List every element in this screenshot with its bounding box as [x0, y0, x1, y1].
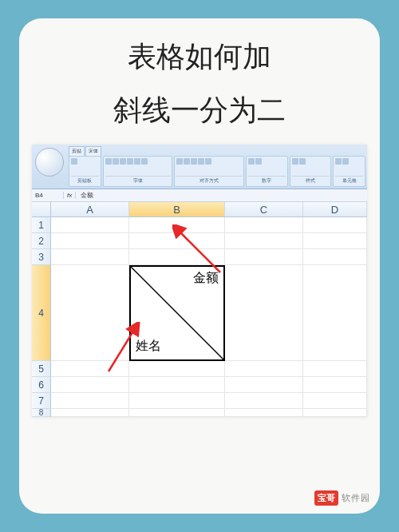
- formula-value[interactable]: 金额: [76, 191, 93, 200]
- cell[interactable]: [303, 249, 367, 265]
- wrap-text-icon[interactable]: [205, 158, 211, 165]
- watermark-text: 软件园: [342, 492, 370, 504]
- ribbon-group: 对齐方式: [174, 156, 244, 187]
- cell[interactable]: [129, 217, 225, 233]
- title-line-2: 斜线一分为二: [32, 91, 367, 130]
- row-header[interactable]: 5: [32, 361, 51, 377]
- row: 3: [32, 249, 367, 265]
- row: 2: [32, 233, 367, 249]
- name-box[interactable]: B4: [32, 192, 64, 199]
- col-header[interactable]: A: [51, 202, 129, 216]
- row: 7: [32, 393, 367, 409]
- tutorial-card: 表格如何加 斜线一分为二 剪贴 宋体 剪贴板: [19, 18, 380, 514]
- select-all-corner[interactable]: [32, 202, 51, 216]
- paste-icon[interactable]: [71, 158, 77, 165]
- cell[interactable]: [225, 233, 303, 249]
- watermark: 宝哥 软件园: [314, 490, 370, 506]
- bold-icon[interactable]: [105, 158, 112, 165]
- cell-top-label: 金额: [193, 270, 219, 287]
- border-icon[interactable]: [141, 158, 148, 165]
- cell[interactable]: [129, 233, 225, 249]
- cell[interactable]: [303, 217, 367, 233]
- row-header[interactable]: 4: [32, 265, 51, 361]
- align-right-icon[interactable]: [191, 158, 197, 165]
- row-header[interactable]: 8: [32, 409, 51, 417]
- row: 8: [32, 409, 367, 417]
- cell[interactable]: [225, 265, 303, 361]
- diagonal-split-cell[interactable]: 金额 姓名: [129, 265, 225, 361]
- ribbon-group: 数字: [246, 156, 288, 187]
- title-line-1: 表格如何加: [32, 38, 367, 77]
- align-left-icon[interactable]: [176, 158, 183, 165]
- cell[interactable]: [129, 249, 225, 265]
- row: 5: [32, 361, 367, 377]
- merge-cells-icon[interactable]: [198, 158, 204, 165]
- cond-format-icon[interactable]: [292, 158, 298, 165]
- delete-icon[interactable]: [342, 158, 349, 165]
- ribbon-group: 单元格: [333, 156, 365, 187]
- spreadsheet-grid: A B C D 1 2 3: [32, 202, 367, 417]
- cell[interactable]: [303, 393, 367, 409]
- column-header-row: A B C D: [32, 202, 367, 217]
- fill-color-icon[interactable]: [134, 158, 140, 165]
- cell[interactable]: [225, 361, 303, 377]
- row-header[interactable]: 1: [32, 217, 51, 233]
- cell[interactable]: [129, 393, 225, 409]
- cell-bottom-label: 姓名: [136, 338, 161, 355]
- office-button-icon[interactable]: [35, 148, 64, 177]
- row-header[interactable]: 7: [32, 393, 51, 409]
- italic-icon[interactable]: [113, 158, 119, 165]
- cell[interactable]: [225, 393, 303, 409]
- cell[interactable]: [129, 409, 225, 417]
- cell[interactable]: [51, 393, 129, 409]
- cell[interactable]: [225, 217, 303, 233]
- percent-icon[interactable]: [255, 158, 262, 165]
- cell[interactable]: [303, 377, 367, 393]
- cell[interactable]: [129, 361, 225, 377]
- row: 1: [32, 217, 367, 233]
- fx-icon[interactable]: fx: [64, 192, 76, 199]
- cell[interactable]: [51, 249, 129, 265]
- row: 4 金额 姓名: [32, 265, 367, 361]
- cell[interactable]: [303, 361, 367, 377]
- cell[interactable]: [51, 265, 129, 361]
- row-header[interactable]: 2: [32, 233, 51, 249]
- row-header[interactable]: 3: [32, 249, 51, 265]
- excel-screenshot: 剪贴 宋体 剪贴板 字体: [32, 145, 367, 417]
- col-header[interactable]: D: [303, 202, 367, 216]
- cell[interactable]: [51, 409, 129, 417]
- cell[interactable]: [225, 249, 303, 265]
- insert-icon[interactable]: [335, 158, 342, 165]
- ribbon-group: 样式: [290, 156, 332, 187]
- cell[interactable]: [51, 233, 129, 249]
- excel-ribbon: 剪贴 宋体 剪贴板 字体: [32, 145, 367, 189]
- col-header[interactable]: B: [129, 202, 225, 216]
- underline-icon[interactable]: [120, 158, 126, 165]
- number-format-icon[interactable]: [248, 158, 255, 165]
- cell[interactable]: [129, 377, 225, 393]
- cell[interactable]: [303, 409, 367, 417]
- col-header[interactable]: C: [225, 202, 303, 216]
- watermark-badge: 宝哥: [314, 490, 338, 506]
- font-color-icon[interactable]: [127, 158, 133, 165]
- cell[interactable]: [303, 265, 367, 361]
- align-center-icon[interactable]: [184, 158, 190, 165]
- ribbon-group: 字体: [103, 156, 173, 187]
- cell-style-icon[interactable]: [299, 158, 306, 165]
- cell[interactable]: [51, 217, 129, 233]
- row-header[interactable]: 6: [32, 377, 51, 393]
- formula-bar: B4 fx 金额: [32, 189, 367, 202]
- cell[interactable]: [225, 409, 303, 417]
- ribbon-group: 剪贴板: [69, 156, 101, 187]
- cell[interactable]: [303, 233, 367, 249]
- cell[interactable]: [51, 361, 129, 377]
- row: 6: [32, 377, 367, 393]
- cell[interactable]: [225, 377, 303, 393]
- cell[interactable]: [51, 377, 129, 393]
